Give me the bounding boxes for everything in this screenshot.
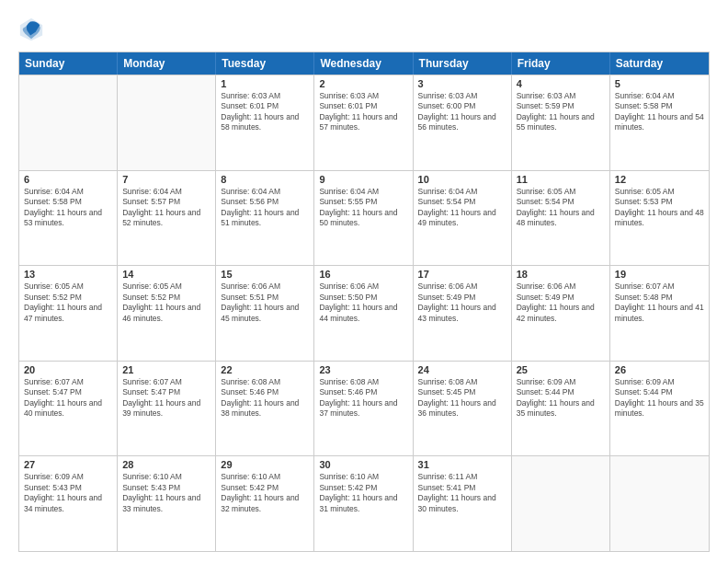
sunrise-text: Sunrise: 6:05 AM (615, 187, 704, 197)
daylight-text: Daylight: 11 hours and 48 minutes. (517, 208, 605, 229)
day-cell-4: 4Sunrise: 6:03 AMSunset: 5:59 PMDaylight… (512, 75, 610, 170)
day-number: 21 (122, 364, 210, 375)
day-cell-12: 12Sunrise: 6:05 AMSunset: 5:53 PMDayligh… (610, 171, 709, 266)
header-day-wednesday: Wednesday (314, 52, 413, 75)
day-number: 20 (24, 364, 112, 375)
day-number: 19 (615, 269, 704, 280)
sunrise-text: Sunrise: 6:03 AM (319, 91, 407, 101)
empty-cell (118, 75, 216, 170)
day-cell-30: 30Sunrise: 6:10 AMSunset: 5:42 PMDayligh… (314, 456, 413, 551)
day-number: 14 (122, 269, 210, 280)
daylight-text: Daylight: 11 hours and 48 minutes. (615, 208, 704, 229)
week-row-2: 6Sunrise: 6:04 AMSunset: 5:58 PMDaylight… (19, 170, 709, 266)
day-number: 9 (319, 174, 407, 185)
daylight-text: Daylight: 11 hours and 47 minutes. (24, 303, 112, 324)
sunrise-text: Sunrise: 6:11 AM (418, 472, 506, 482)
daylight-text: Daylight: 11 hours and 44 minutes. (319, 303, 407, 324)
logo-icon (18, 17, 44, 42)
daylight-text: Daylight: 11 hours and 37 minutes. (319, 398, 407, 419)
sunset-text: Sunset: 5:43 PM (24, 483, 112, 493)
daylight-text: Daylight: 11 hours and 41 minutes. (615, 303, 704, 324)
sunset-text: Sunset: 5:54 PM (418, 197, 506, 207)
sunrise-text: Sunrise: 6:10 AM (319, 472, 407, 482)
day-number: 23 (319, 364, 407, 375)
sunset-text: Sunset: 5:58 PM (24, 197, 112, 207)
daylight-text: Daylight: 11 hours and 54 minutes. (615, 112, 704, 133)
sunset-text: Sunset: 6:00 PM (418, 101, 506, 111)
daylight-text: Daylight: 11 hours and 52 minutes. (122, 208, 210, 229)
day-cell-1: 1Sunrise: 6:03 AMSunset: 6:01 PMDaylight… (216, 75, 314, 170)
header-day-saturday: Saturday (610, 52, 709, 75)
sunset-text: Sunset: 5:42 PM (319, 483, 407, 493)
daylight-text: Daylight: 11 hours and 55 minutes. (517, 112, 605, 133)
sunrise-text: Sunrise: 6:03 AM (517, 91, 605, 101)
daylight-text: Daylight: 11 hours and 35 minutes. (517, 398, 605, 419)
day-number: 26 (615, 364, 704, 375)
sunrise-text: Sunrise: 6:04 AM (319, 187, 407, 197)
sunrise-text: Sunrise: 6:07 AM (24, 377, 112, 387)
daylight-text: Daylight: 11 hours and 42 minutes. (517, 303, 605, 324)
day-cell-17: 17Sunrise: 6:06 AMSunset: 5:49 PMDayligh… (414, 266, 512, 361)
sunset-text: Sunset: 5:51 PM (221, 293, 309, 303)
day-cell-8: 8Sunrise: 6:04 AMSunset: 5:56 PMDaylight… (216, 171, 314, 266)
daylight-text: Daylight: 11 hours and 39 minutes. (122, 398, 210, 419)
day-number: 25 (517, 364, 605, 375)
sunrise-text: Sunrise: 6:09 AM (24, 472, 112, 482)
daylight-text: Daylight: 11 hours and 34 minutes. (24, 493, 112, 514)
header-day-thursday: Thursday (414, 52, 512, 75)
week-row-1: 1Sunrise: 6:03 AMSunset: 6:01 PMDaylight… (19, 75, 709, 170)
sunrise-text: Sunrise: 6:04 AM (615, 91, 704, 101)
sunrise-text: Sunrise: 6:06 AM (319, 282, 407, 292)
sunset-text: Sunset: 5:52 PM (24, 293, 112, 303)
day-number: 6 (24, 174, 112, 185)
sunset-text: Sunset: 5:54 PM (517, 197, 605, 207)
sunset-text: Sunset: 5:59 PM (517, 101, 605, 111)
day-cell-26: 26Sunrise: 6:09 AMSunset: 5:44 PMDayligh… (610, 362, 709, 456)
header-day-friday: Friday (512, 52, 610, 75)
logo (18, 17, 48, 42)
daylight-text: Daylight: 11 hours and 56 minutes. (418, 112, 506, 133)
header-day-tuesday: Tuesday (216, 52, 314, 75)
sunrise-text: Sunrise: 6:05 AM (24, 282, 112, 292)
sunrise-text: Sunrise: 6:04 AM (122, 187, 210, 197)
sunset-text: Sunset: 5:48 PM (615, 293, 704, 303)
day-number: 10 (418, 174, 506, 185)
day-cell-20: 20Sunrise: 6:07 AMSunset: 5:47 PMDayligh… (19, 362, 118, 456)
sunset-text: Sunset: 5:53 PM (615, 197, 704, 207)
daylight-text: Daylight: 11 hours and 35 minutes. (615, 398, 704, 419)
day-number: 7 (122, 174, 210, 185)
sunrise-text: Sunrise: 6:06 AM (517, 282, 605, 292)
day-cell-2: 2Sunrise: 6:03 AMSunset: 6:01 PMDaylight… (314, 75, 413, 170)
daylight-text: Daylight: 11 hours and 40 minutes. (24, 398, 112, 419)
week-row-4: 20Sunrise: 6:07 AMSunset: 5:47 PMDayligh… (19, 361, 709, 456)
daylight-text: Daylight: 11 hours and 31 minutes. (319, 493, 407, 514)
sunrise-text: Sunrise: 6:07 AM (615, 282, 704, 292)
sunrise-text: Sunrise: 6:10 AM (221, 472, 309, 482)
day-cell-18: 18Sunrise: 6:06 AMSunset: 5:49 PMDayligh… (512, 266, 610, 361)
empty-cell (19, 75, 118, 170)
day-number: 24 (418, 364, 506, 375)
day-cell-22: 22Sunrise: 6:08 AMSunset: 5:46 PMDayligh… (216, 362, 314, 456)
day-number: 31 (418, 459, 506, 470)
day-cell-19: 19Sunrise: 6:07 AMSunset: 5:48 PMDayligh… (610, 266, 709, 361)
day-cell-7: 7Sunrise: 6:04 AMSunset: 5:57 PMDaylight… (118, 171, 216, 266)
header-day-sunday: Sunday (19, 52, 118, 75)
header (18, 17, 710, 42)
day-number: 2 (319, 78, 407, 89)
day-cell-29: 29Sunrise: 6:10 AMSunset: 5:42 PMDayligh… (216, 456, 314, 551)
sunrise-text: Sunrise: 6:04 AM (418, 187, 506, 197)
sunrise-text: Sunrise: 6:09 AM (517, 377, 605, 387)
day-number: 15 (221, 269, 309, 280)
daylight-text: Daylight: 11 hours and 38 minutes. (221, 398, 309, 419)
daylight-text: Daylight: 11 hours and 33 minutes. (122, 493, 210, 514)
sunset-text: Sunset: 5:44 PM (517, 387, 605, 397)
page: SundayMondayTuesdayWednesdayThursdayFrid… (0, 0, 728, 563)
sunset-text: Sunset: 5:49 PM (517, 293, 605, 303)
week-row-5: 27Sunrise: 6:09 AMSunset: 5:43 PMDayligh… (19, 455, 709, 551)
calendar-header: SundayMondayTuesdayWednesdayThursdayFrid… (19, 52, 709, 75)
sunset-text: Sunset: 5:46 PM (319, 387, 407, 397)
sunrise-text: Sunrise: 6:04 AM (221, 187, 309, 197)
day-cell-27: 27Sunrise: 6:09 AMSunset: 5:43 PMDayligh… (19, 456, 118, 551)
sunset-text: Sunset: 5:52 PM (122, 293, 210, 303)
day-number: 29 (221, 459, 309, 470)
